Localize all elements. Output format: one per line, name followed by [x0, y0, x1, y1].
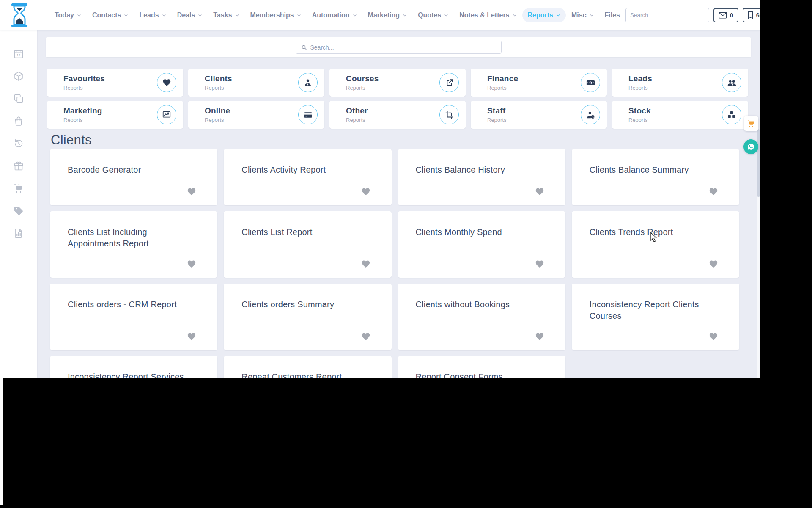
favourite-heart-icon[interactable]	[361, 187, 370, 196]
category-card-marketing[interactable]: Marketing Reports	[47, 101, 183, 129]
report-card-clients-balance-summary[interactable]: Clients Balance Summary	[572, 149, 739, 205]
nav-item-notes-letters[interactable]: Notes & Letters	[454, 8, 522, 22]
sidebar-item-duplicates[interactable]	[13, 93, 24, 104]
favourite-heart-icon[interactable]	[709, 187, 718, 196]
messages-badge[interactable]: 0	[713, 8, 738, 22]
favourite-heart-icon[interactable]	[709, 260, 718, 269]
mouse-cursor	[650, 232, 658, 243]
report-card-title: Clients List Including Appointments Repo…	[68, 226, 200, 249]
vertical-scrollbar[interactable]	[757, 129, 760, 378]
report-card-title: Inconsistency Report Services	[68, 371, 200, 378]
chat-support-button[interactable]	[743, 139, 758, 154]
category-subtitle: Reports	[205, 117, 230, 123]
favourite-heart-icon[interactable]	[535, 332, 544, 341]
nav-item-misc[interactable]: Misc	[566, 8, 599, 22]
report-card-title: Inconsistency Report Clients Courses	[590, 299, 722, 322]
category-card-stock[interactable]: Stock Reports	[612, 101, 748, 129]
main-menu: Today Contacts Leads Deals Tasks Members…	[49, 8, 625, 22]
nav-item-reports[interactable]: Reports	[522, 8, 566, 22]
report-card-clients-list-including-appointments-report[interactable]: Clients List Including Appointments Repo…	[50, 211, 217, 278]
category-card-favourites[interactable]: Favourites Reports	[47, 69, 183, 97]
favourite-heart-icon[interactable]	[535, 187, 544, 196]
nav-item-memberships[interactable]: Memberships	[245, 8, 307, 22]
shopping-bag-icon	[13, 116, 24, 127]
basket-flyout-button[interactable]	[744, 116, 758, 131]
nav-item-leads[interactable]: Leads	[134, 8, 171, 22]
nav-item-label: Memberships	[250, 11, 294, 19]
report-card-clients-orders-summary[interactable]: Clients orders Summary	[224, 284, 391, 350]
reports-search-input[interactable]	[310, 44, 496, 51]
category-card-staff[interactable]: Staff Reports	[471, 101, 607, 129]
report-card-repeat-customers-report[interactable]: Repeat Customers Report	[224, 356, 391, 378]
sidebar-item-history[interactable]	[13, 138, 24, 149]
sidebar-item-shop[interactable]	[13, 183, 24, 194]
report-card-clients-orders-crm-report[interactable]: Clients orders - CRM Report	[50, 284, 217, 350]
calls-badge[interactable]: 6048	[743, 8, 760, 22]
report-card-inconsistency-report-clients-courses[interactable]: Inconsistency Report Clients Courses	[572, 284, 739, 350]
category-card-clients[interactable]: Clients Reports	[188, 69, 324, 97]
report-card-clients-list-report[interactable]: Clients List Report	[224, 211, 391, 278]
sidebar-item-orders[interactable]	[13, 116, 24, 127]
report-card-clients-trends-report[interactable]: Clients Trends Report	[572, 211, 739, 278]
nav-item-tasks[interactable]: Tasks	[208, 8, 244, 22]
chevron-down-icon	[444, 13, 448, 17]
category-card-finance[interactable]: Finance Reports 1	[471, 69, 607, 97]
global-search-input[interactable]	[626, 8, 709, 22]
chart-icon	[157, 105, 176, 124]
app-window: Today Contacts Leads Deals Tasks Members…	[0, 0, 760, 378]
category-card-online[interactable]: Online Reports	[188, 101, 324, 129]
chevron-down-icon	[590, 13, 594, 17]
nav-item-quotes[interactable]: Quotes	[412, 8, 454, 22]
cart-icon	[13, 183, 24, 194]
nav-item-automation[interactable]: Automation	[307, 8, 362, 22]
left-sidebar: 12	[0, 30, 37, 378]
report-card-clients-without-bookings[interactable]: Clients without Bookings	[398, 284, 565, 350]
calendar-12-icon: 12	[13, 48, 24, 59]
report-card-title: Report Consent Forms	[416, 371, 549, 378]
nav-item-contacts[interactable]: Contacts	[87, 8, 134, 22]
report-card-inconsistency-report-services[interactable]: Inconsistency Report Services	[50, 356, 217, 378]
favourite-heart-icon[interactable]	[535, 260, 544, 269]
category-card-leads[interactable]: Leads Reports	[612, 69, 748, 97]
global-search	[625, 8, 709, 22]
search-icon	[301, 44, 307, 50]
category-card-courses[interactable]: Courses Reports	[329, 69, 466, 97]
sidebar-item-discounts[interactable]	[13, 205, 24, 216]
favourite-heart-icon[interactable]	[709, 332, 718, 341]
reports-search-panel	[46, 37, 751, 57]
nav-item-files[interactable]: Files	[599, 8, 625, 22]
nav-item-today[interactable]: Today	[49, 8, 87, 22]
nav-item-label: Files	[605, 11, 620, 19]
sidebar-item-gift-vouchers[interactable]	[13, 160, 24, 171]
category-subtitle: Reports	[346, 85, 379, 91]
heart-icon	[157, 73, 176, 92]
favourite-heart-icon[interactable]	[361, 260, 370, 269]
report-card-title: Clients Balance History	[416, 164, 549, 176]
favourite-heart-icon[interactable]	[361, 332, 370, 341]
sidebar-item-reports[interactable]	[13, 228, 24, 239]
person-icon	[298, 73, 318, 92]
report-card-clients-activity-report[interactable]: Clients Activity Report	[224, 149, 391, 205]
reports-search-box	[296, 41, 502, 54]
category-card-other[interactable]: Other Reports	[329, 101, 466, 129]
report-card-clients-monthly-spend[interactable]: Clients Monthly Spend	[398, 211, 565, 278]
favourite-heart-icon[interactable]	[187, 332, 196, 341]
nav-item-marketing[interactable]: Marketing	[362, 8, 413, 22]
chevron-down-icon	[403, 13, 407, 17]
report-card-title: Clients without Bookings	[416, 299, 549, 310]
nav-item-deals[interactable]: Deals	[172, 8, 208, 22]
category-subtitle: Reports	[487, 85, 518, 91]
favourite-heart-icon[interactable]	[187, 260, 196, 269]
favourite-heart-icon[interactable]	[187, 187, 196, 196]
sidebar-item-calendar[interactable]: 12	[13, 48, 24, 59]
price-tag-icon	[13, 205, 24, 216]
sidebar-item-packages[interactable]	[13, 71, 24, 82]
app-logo-hourglass-icon[interactable]	[10, 3, 29, 28]
phone-chat-icon	[747, 143, 755, 151]
report-card-barcode-generator[interactable]: Barcode Generator	[50, 149, 217, 205]
nav-item-label: Marketing	[368, 11, 400, 19]
report-card-report-consent-forms[interactable]: Report Consent Forms	[398, 356, 565, 378]
chevron-down-icon	[162, 13, 166, 17]
scrollbar-thumb[interactable]	[757, 129, 760, 197]
report-card-clients-balance-history[interactable]: Clients Balance History	[398, 149, 565, 205]
